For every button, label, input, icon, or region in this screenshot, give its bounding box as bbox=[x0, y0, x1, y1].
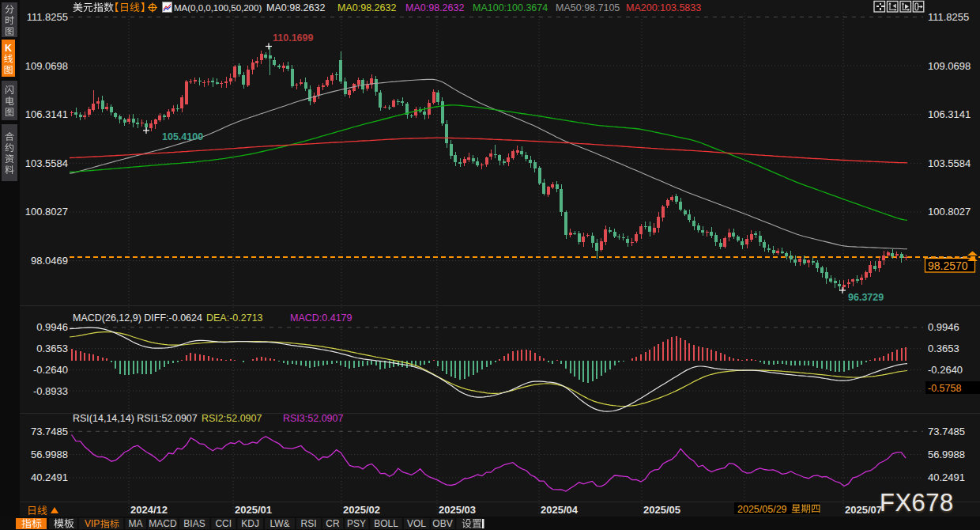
svg-text:105.4100: 105.4100 bbox=[162, 131, 203, 142]
svg-text:FX678: FX678 bbox=[880, 489, 954, 517]
svg-text:DEA:-0.2713: DEA:-0.2713 bbox=[206, 312, 263, 324]
svg-text:CR: CR bbox=[326, 518, 340, 529]
svg-text:RSI2:52.0907: RSI2:52.0907 bbox=[202, 413, 262, 424]
svg-text:0.3653: 0.3653 bbox=[928, 343, 959, 354]
svg-text:56.9988: 56.9988 bbox=[31, 449, 68, 460]
svg-text:100.8027: 100.8027 bbox=[25, 206, 68, 218]
svg-text:2025/04: 2025/04 bbox=[541, 504, 579, 516]
svg-text:2025/05: 2025/05 bbox=[643, 504, 680, 516]
svg-text:MA: MA bbox=[129, 518, 143, 529]
svg-text:103.5584: 103.5584 bbox=[928, 157, 971, 169]
svg-text:MACD:0.4179: MACD:0.4179 bbox=[290, 312, 352, 324]
svg-text:73.7485: 73.7485 bbox=[928, 426, 965, 437]
svg-text:106.3141: 106.3141 bbox=[25, 108, 68, 120]
svg-text:-0.5758: -0.5758 bbox=[928, 383, 961, 394]
svg-text:MACD(26,12,9) DIFF:-0.0624: MACD(26,12,9) DIFF:-0.0624 bbox=[73, 312, 202, 324]
svg-text:106.3141: 106.3141 bbox=[928, 108, 971, 120]
svg-text:98.0469: 98.0469 bbox=[31, 255, 68, 267]
svg-text:109.0698: 109.0698 bbox=[25, 60, 68, 72]
svg-text:BOLL: BOLL bbox=[374, 518, 398, 529]
svg-text:111.8255: 111.8255 bbox=[928, 11, 969, 23]
svg-text:RSI(14,14,14) RSI1:52.0907: RSI(14,14,14) RSI1:52.0907 bbox=[73, 413, 198, 424]
svg-text:2025/01: 2025/01 bbox=[235, 504, 272, 516]
svg-text:-0.2640: -0.2640 bbox=[33, 364, 68, 376]
svg-text:2025/07: 2025/07 bbox=[845, 504, 882, 516]
svg-text:2024/12: 2024/12 bbox=[130, 504, 168, 516]
svg-text:MA0:98.2632: MA0:98.2632 bbox=[266, 2, 325, 13]
svg-text:40.2491: 40.2491 bbox=[31, 471, 68, 483]
svg-text:MA200:103.5833: MA200:103.5833 bbox=[626, 2, 701, 13]
svg-text:96.3729: 96.3729 bbox=[848, 292, 884, 303]
svg-text:2025/02: 2025/02 bbox=[343, 504, 380, 516]
svg-text:73.7485: 73.7485 bbox=[31, 426, 68, 437]
svg-text:MA100:100.3674: MA100:100.3674 bbox=[473, 2, 548, 13]
svg-text:0.3653: 0.3653 bbox=[36, 343, 68, 354]
svg-text:VOL: VOL bbox=[407, 518, 426, 529]
svg-text:PSY: PSY bbox=[347, 518, 366, 529]
svg-text:LW&: LW& bbox=[270, 518, 289, 529]
svg-text:MA0:98.2632: MA0:98.2632 bbox=[337, 2, 396, 13]
svg-text:110.1699: 110.1699 bbox=[273, 32, 313, 44]
svg-text:K: K bbox=[5, 43, 12, 54]
svg-text:2025/05/29: 2025/05/29 bbox=[737, 504, 787, 515]
svg-text:109.0698: 109.0698 bbox=[928, 60, 971, 72]
svg-text:RSI3:52.0907: RSI3:52.0907 bbox=[283, 413, 343, 424]
svg-text:RSI: RSI bbox=[300, 518, 316, 529]
svg-text:111.8255: 111.8255 bbox=[27, 11, 68, 23]
svg-text:56.9988: 56.9988 bbox=[928, 449, 965, 460]
svg-text:BIAS: BIAS bbox=[183, 518, 205, 529]
svg-text:OBV: OBV bbox=[432, 518, 452, 529]
svg-text:98.2570: 98.2570 bbox=[928, 259, 968, 272]
svg-text:2025/03: 2025/03 bbox=[439, 504, 476, 516]
svg-text:VIP: VIP bbox=[85, 518, 100, 529]
svg-text:-0.2640: -0.2640 bbox=[928, 364, 963, 376]
svg-text:103.5584: 103.5584 bbox=[25, 157, 68, 169]
svg-text:MACD: MACD bbox=[149, 518, 177, 529]
svg-text:KDJ: KDJ bbox=[241, 518, 259, 529]
svg-text:-0.8933: -0.8933 bbox=[33, 385, 68, 397]
svg-text:CCI: CCI bbox=[215, 518, 232, 529]
svg-text:0.9946: 0.9946 bbox=[36, 321, 68, 333]
svg-text:MA(0,0,0,100,50,200): MA(0,0,0,100,50,200) bbox=[174, 3, 262, 13]
svg-text:MA50:98.7105: MA50:98.7105 bbox=[556, 2, 620, 13]
svg-text:40.2491: 40.2491 bbox=[928, 471, 965, 483]
svg-text:MA0:98.2632: MA0:98.2632 bbox=[405, 2, 464, 13]
svg-text:0.9946: 0.9946 bbox=[928, 321, 959, 333]
svg-text:100.8027: 100.8027 bbox=[928, 206, 971, 218]
